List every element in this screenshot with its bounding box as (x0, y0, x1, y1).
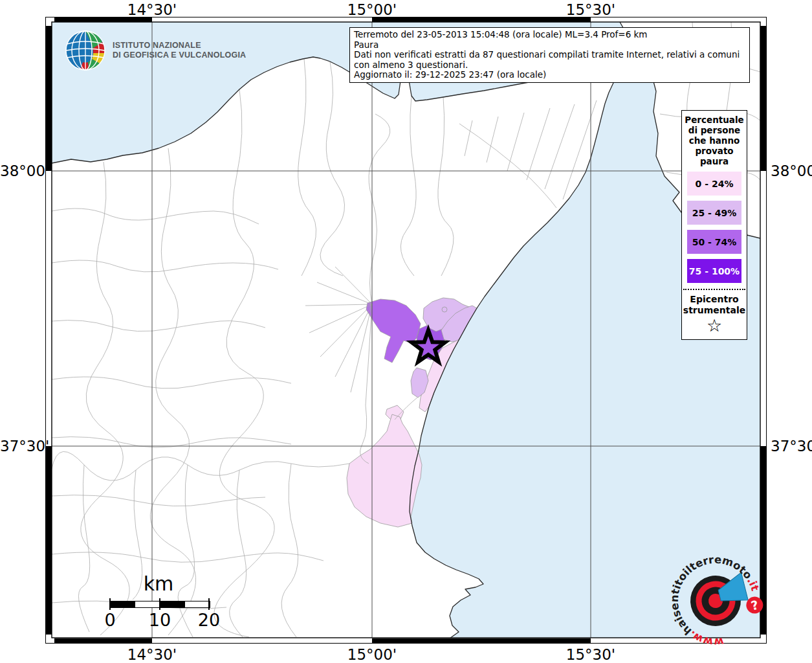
legend-title-line: Percentuale (682, 115, 747, 125)
scale-tick (109, 598, 111, 610)
legend-epicenter-star-icon: ☆ (682, 316, 747, 335)
legend-class-25-49: 25 - 49% (687, 201, 741, 225)
haisentito-watermark-logo: ? www.haisentitoilterremoto.it (666, 550, 765, 649)
axis-label-right-37-30: 37°30' (771, 438, 812, 455)
scale-bar: km 0 10 20 (104, 572, 220, 637)
scale-number-20: 20 (198, 610, 220, 630)
seismic-intensity-map-page: { "ingv_logo": { "line1": "ISTITUTO NAZI… (0, 0, 812, 663)
scale-bar-segments (110, 601, 210, 608)
legend-divider (683, 289, 745, 290)
event-map-type: Paura (354, 40, 745, 51)
scale-number-10: 10 (149, 610, 171, 630)
legend-title-line: provato (682, 146, 747, 156)
ingv-logo-text-line1: ISTITUTO NAZIONALE (113, 41, 246, 51)
scale-tick (159, 598, 160, 610)
scale-tick (208, 598, 210, 610)
event-title: Terremoto del 23-05-2013 15:04:48 (ora l… (354, 30, 745, 40)
legend-epicenter-label: strumentale (682, 305, 747, 316)
map-canvas (45, 17, 767, 644)
legend-class-50-74: 50 - 74% (687, 230, 741, 254)
event-info-box: Terremoto del 23-05-2013 15:04:48 (ora l… (349, 27, 750, 83)
axis-label-top-15-30: 15°30' (566, 1, 615, 18)
legend: Percentuale di persone che hanno provato… (681, 110, 747, 340)
axis-label-bottom-14-30: 14°30' (127, 646, 177, 663)
legend-title-line: paura (682, 156, 747, 166)
axis-label-top-14-30: 14°30' (127, 1, 177, 18)
legend-class-75-100: 75 - 100% (687, 259, 741, 283)
axis-label-left-38-00: 38°00' (0, 163, 41, 179)
axis-label-bottom-15-00: 15°00' (347, 646, 397, 663)
legend-title-line: di persone (682, 125, 747, 135)
scale-bar-unit: km (129, 572, 188, 595)
axis-label-top-15-00: 15°00' (347, 1, 397, 18)
ingv-logo: ISTITUTO NAZIONALE DI GEOFISICA E VULCAN… (65, 30, 246, 71)
ingv-globe-icon (65, 30, 106, 71)
scale-number-0: 0 (104, 610, 115, 630)
event-updated-at: Aggiornato il: 29-12-2025 23:47 (ora loc… (354, 70, 745, 80)
axis-label-bottom-15-30: 15°30' (566, 646, 615, 663)
legend-title-line: che hanno (682, 135, 747, 146)
axis-label-left-37-30: 37°30' (0, 438, 41, 455)
axis-label-right-38-00: 38°00' (771, 163, 812, 179)
ingv-logo-text-line2: DI GEOFISICA E VULCANOLOGIA (113, 51, 246, 60)
legend-epicenter-label: Epicentro (682, 294, 747, 305)
event-data-note: Dati non verificati estratti da 87 quest… (354, 50, 745, 70)
legend-class-0-24: 0 - 24% (687, 172, 741, 196)
